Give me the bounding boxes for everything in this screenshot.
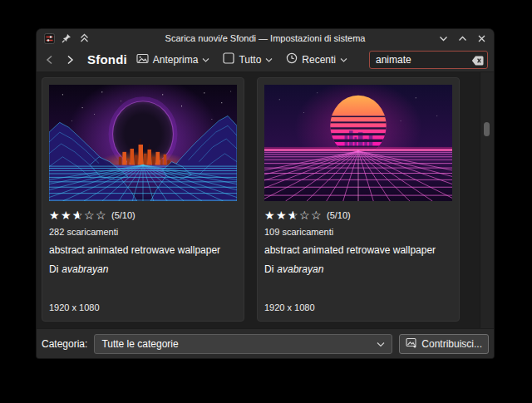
rating-text: (5/10) — [111, 210, 135, 220]
resolution: 1920 x 1080 — [264, 302, 452, 312]
rating: ★★☆★☆☆ (5/10) — [49, 209, 237, 221]
star-empty-icon: ☆ — [84, 209, 96, 221]
back-icon[interactable] — [42, 52, 57, 67]
window-title: Scarica nuovi/e Sfondi — Impostazioni di… — [37, 33, 494, 43]
wallpaper-preview-striped-sun[interactable] — [264, 85, 452, 201]
keep-above-icon[interactable] — [78, 32, 90, 44]
wallpaper-preview-eclipse-city[interactable] — [49, 85, 237, 201]
minimize-icon[interactable] — [437, 32, 449, 44]
download-count: 282 scaricamenti — [49, 227, 237, 237]
clock-icon — [286, 52, 298, 66]
rating-text: (5/10) — [327, 210, 351, 220]
scrollbar-thumb[interactable] — [484, 122, 490, 136]
star-empty-icon: ☆ — [299, 209, 311, 221]
checkbox-icon — [223, 52, 234, 66]
wallpaper-card[interactable]: ★★☆★☆☆ (5/10) 109 scaricamenti abstract … — [257, 77, 460, 322]
star-empty-icon: ☆ — [96, 209, 107, 221]
page-title: Sfondi — [87, 52, 127, 66]
contribute-image-plus-icon — [406, 337, 417, 351]
preview-mode-label: Anteprima — [153, 54, 199, 66]
star-full-icon: ★ — [61, 209, 72, 221]
filter-label: Tutto — [239, 54, 261, 66]
filter-dropdown[interactable]: Tutto — [223, 52, 273, 66]
author-line: Diavabrayan — [49, 263, 237, 275]
wallpaper-title[interactable]: abstract animated retrowave wallpaper — [49, 244, 237, 256]
star-full-icon: ★ — [49, 209, 61, 221]
rating: ★★☆★☆☆ (5/10) — [264, 209, 452, 221]
category-value: Tutte le categorie — [101, 338, 178, 350]
author-prefix: Di — [49, 263, 58, 275]
author-line: Diavabrayan — [264, 263, 452, 275]
star-empty-icon: ☆ — [311, 209, 323, 221]
maximize-icon[interactable] — [456, 32, 468, 44]
titlebar[interactable]: Scarica nuovi/e Sfondi — Impostazioni di… — [37, 29, 494, 47]
app-icon[interactable] — [43, 32, 55, 44]
scrollbar-track[interactable] — [480, 72, 494, 328]
preview-mode-dropdown[interactable]: Anteprima — [136, 53, 210, 66]
toolbar: Sfondi Anteprima — [37, 47, 494, 72]
download-count: 109 scaricamenti — [264, 227, 452, 237]
image-preview-icon — [136, 53, 149, 66]
author-name[interactable]: avabrayan — [62, 263, 108, 275]
resolution: 1920 x 1080 — [49, 302, 237, 312]
star-half-icon: ☆★ — [72, 209, 84, 221]
star-full-icon: ★ — [276, 209, 288, 221]
category-select[interactable]: Tutte le categorie — [94, 334, 392, 354]
results-view: ★★☆★☆☆ (5/10) 282 scaricamenti abstract … — [37, 72, 494, 328]
wallpaper-card[interactable]: ★★☆★☆☆ (5/10) 282 scaricamenti abstract … — [42, 77, 244, 322]
bottom-bar: Categoria: Tutte le categorie Contribuis… — [37, 328, 494, 358]
clear-search-icon[interactable] — [471, 54, 484, 64]
sort-label: Recenti — [302, 54, 336, 66]
forward-icon[interactable] — [62, 52, 77, 67]
author-name[interactable]: avabrayan — [277, 263, 323, 275]
close-icon[interactable] — [475, 32, 487, 44]
sort-dropdown[interactable]: Recenti — [286, 52, 347, 66]
author-prefix: Di — [264, 263, 273, 275]
contribute-button[interactable]: Contribuisci... — [399, 334, 489, 354]
pin-icon[interactable] — [61, 32, 72, 44]
chevron-down-icon — [340, 54, 347, 66]
chevron-down-icon — [202, 54, 209, 66]
wallpaper-title[interactable]: abstract animated retrowave wallpaper — [264, 244, 452, 256]
search-input[interactable] — [369, 51, 488, 69]
contribute-label: Contribuisci... — [421, 338, 482, 350]
chevron-down-icon — [265, 54, 273, 66]
chevron-down-icon — [377, 338, 385, 350]
star-half-icon: ☆★ — [288, 209, 299, 221]
category-label: Categoria: — [42, 338, 87, 350]
star-full-icon: ★ — [264, 209, 276, 221]
settings-window: Scarica nuovi/e Sfondi — Impostazioni di… — [37, 29, 494, 358]
